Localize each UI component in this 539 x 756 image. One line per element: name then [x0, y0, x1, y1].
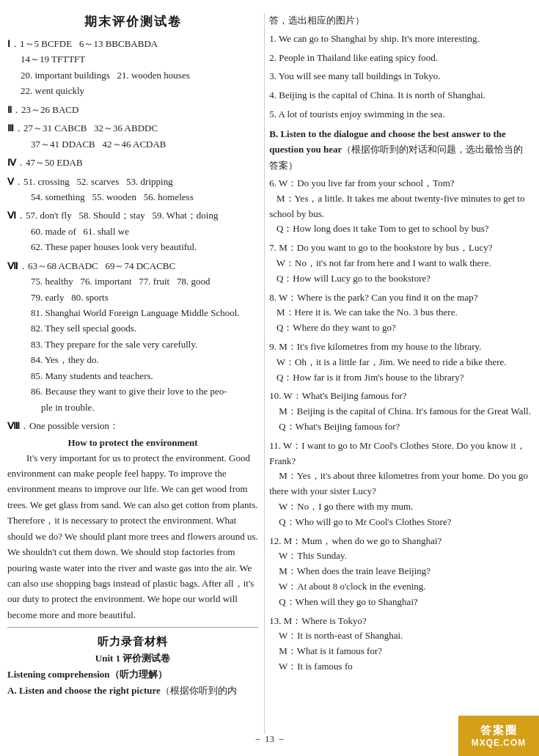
section-iii: Ⅲ．27～31 CABCB 32～36 ABDDC 37～41 DDACB 42… [7, 120, 258, 152]
dialogue-7: 7. M：Do you want to go to the bookstore … [269, 241, 532, 286]
dialogue-9: 9. M：It's five kilometres from my house … [269, 340, 532, 385]
item-4: 4. Beijing is the capital of China. It i… [269, 88, 532, 103]
dialogue-8: 8. W：Where is the park? Can you find it … [269, 290, 532, 336]
section-b-label: B. Listen to the dialogue and choose the… [269, 126, 532, 173]
dialogue-11: 11. W：I want to go to Mr Cool's Clothes … [269, 438, 532, 530]
right-column: 答，选出相应的图片） 1. We can go to Shanghai by s… [264, 13, 532, 734]
sub-section-title: 听力录音材料 [7, 635, 258, 649]
item-5: 5. A lot of tourists enjoy swimming in t… [269, 107, 532, 122]
section-i: Ⅰ．1～5 BCFDE 6～13 BBCBABDA 14～19 TFTTFT 2… [7, 36, 258, 99]
unit-title: Unit 1 评价测试卷 [7, 652, 258, 665]
essay-body: It's very important for us to protect th… [7, 450, 258, 623]
dialogue-6: 6. W：Do you live far from your school，To… [269, 176, 532, 237]
listening-label: Listening comprehension（听力理解） [7, 668, 258, 681]
left-column: 期末评价测试卷 Ⅰ．1～5 BCFDE 6～13 BBCBABDA 14～19 … [7, 13, 264, 734]
item-2: 2. People in Thailand like eating spicy … [269, 51, 532, 66]
watermark: 答案圈 MXQE.COM [458, 716, 539, 756]
right-intro-suffix: 答，选出相应的图片） [269, 13, 532, 29]
watermark-line1: 答案圈 [480, 724, 518, 738]
essay-title: How to protect the environment [7, 437, 258, 449]
section-viii: Ⅷ．One possible version： [7, 418, 258, 433]
section-iv: Ⅳ．47～50 EDAB [7, 155, 258, 170]
section-ii: Ⅱ．23～26 BACD [7, 102, 258, 117]
section-v: Ⅴ．51. crossing 52. scarves 53. dripping … [7, 174, 258, 205]
main-title: 期末评价测试卷 [7, 13, 258, 30]
item-1: 1. We can go to Shanghai by ship. It's m… [269, 32, 532, 47]
section-a-label: A. Listen and choose the right picture（根… [7, 683, 258, 698]
section-vi: Ⅵ．57. don't fly 58. Should；stay 59. What… [7, 208, 258, 254]
divider [7, 627, 258, 628]
dialogue-10: 10. W：What's Beijing famous for? M：Beiji… [269, 389, 532, 434]
dialogue-13: 13. M：Where is Tokyo? W：It is north-east… [269, 614, 532, 675]
section-vii: Ⅶ．63～68 ACBADC 69～74 DCACBC 75. healthy … [7, 258, 258, 415]
item-3: 3. You will see many tall buildings in T… [269, 69, 532, 84]
page-number: － 13 － [253, 733, 287, 746]
watermark-line2: MXQE.COM [472, 738, 527, 748]
dialogue-12: 12. M：Mum，when do we go to Shanghai? W：T… [269, 534, 532, 610]
